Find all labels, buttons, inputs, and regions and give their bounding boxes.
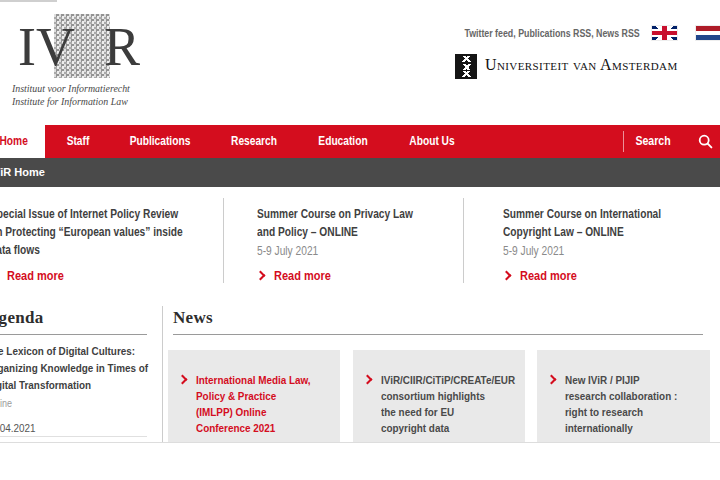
news-card-line: International Media Law, (196, 372, 311, 388)
nl-flag-icon[interactable] (696, 26, 720, 40)
news-card-line: New IViR / PIJIP (565, 372, 677, 388)
chevron-right-icon (256, 271, 266, 281)
teaser-divider (223, 198, 224, 283)
nav-item-education[interactable]: Education (318, 125, 367, 158)
news-card-pijip[interactable]: New IViR / PIJIP research collaboration … (537, 350, 710, 442)
teaser-divider (463, 198, 464, 283)
news-heading-rule (173, 334, 703, 335)
news-card-line: research collaboration : (565, 388, 677, 404)
section-bottom-rule (0, 442, 720, 443)
uva-name: Universiteit van Amsterdam (485, 56, 678, 74)
teaser-date: 5-9 July 2021 (257, 242, 436, 260)
teaser-date: 5-9 July 2021 (503, 242, 682, 260)
news-card-line: IViR/CIIR/CiTiP/CREATe/EUR (381, 372, 515, 388)
feed-links: Twitter feed, Publications RSS, News RSS (465, 27, 640, 39)
teaser-title-line: on Protecting “European values” inside (0, 223, 187, 241)
main-nav: Home Staff Publications Research Educati… (0, 125, 720, 158)
twitter-feed-link[interactable]: Twitter feed (465, 27, 514, 39)
chevron-right-icon (502, 271, 512, 281)
publications-rss-link[interactable]: Publications RSS (518, 27, 591, 39)
chevron-right-icon (363, 375, 373, 385)
teaser-title-line: data flows (0, 241, 187, 259)
breadcrumb: IViR Home (0, 158, 720, 187)
news-card-line: right to research (565, 404, 677, 420)
news-card-line: internationally (565, 420, 677, 436)
teaser-privacy-course[interactable]: Summer Course on Privacy Law and Policy … (257, 205, 467, 260)
news-rss-link[interactable]: News RSS (596, 27, 640, 39)
chevron-right-icon (178, 375, 188, 385)
agenda-item-date: 22.04.2021 (0, 422, 148, 434)
agenda-heading: Agenda (0, 308, 44, 328)
nav-item-research[interactable]: Research (231, 125, 277, 158)
read-more-link[interactable]: Read more (503, 266, 585, 284)
teaser-title-line: and Policy – ONLINE (257, 223, 436, 241)
logo-tagline-english: Institute for Information Law (12, 95, 128, 107)
agenda-heading-rule (0, 334, 147, 335)
agenda-item-title-line: Organizing Knowledge in Times of (0, 360, 148, 377)
search-link[interactable]: Search (635, 125, 670, 158)
news-card-line: (IMLPP) Online (196, 404, 311, 420)
agenda-item-divider (0, 436, 147, 437)
news-heading: News (173, 308, 213, 328)
teaser-copyright-course[interactable]: Summer Course on International Copyright… (503, 205, 713, 260)
agenda-item-title-line: The Lexicon of Digital Cultures: (0, 343, 148, 360)
logo-acronym-right: R (104, 20, 140, 74)
nav-item-staff[interactable]: Staff (67, 125, 90, 158)
read-more-link[interactable]: Read more (0, 266, 72, 284)
breadcrumb-home[interactable]: IViR Home (0, 158, 45, 187)
news-card-line: Conference 2021 (196, 420, 311, 436)
agenda-item[interactable]: The Lexicon of Digital Cultures: Organiz… (0, 343, 166, 434)
teaser-title-line: Summer Course on International (503, 205, 682, 223)
news-card-line: consortium highlights (381, 388, 515, 404)
uva-crest-icon (455, 54, 477, 79)
nav-item-home[interactable]: Home (0, 125, 45, 158)
page: IV R Instituut voor Informatierecht Inst… (0, 0, 720, 480)
teaser-special-issue[interactable]: Special Issue of Internet Policy Review … (0, 205, 222, 259)
uk-flag-icon[interactable] (652, 26, 677, 40)
teaser-title-line: Copyright Law – ONLINE (503, 223, 682, 241)
logo-tagline-dutch: Instituut voor Informatierecht (12, 82, 130, 94)
news-card-line: Policy & Practice (196, 388, 311, 404)
agenda-item-title-line: Digital Transformation (0, 377, 148, 394)
top-edge-artifact (0, 0, 57, 2)
news-card-imlpp[interactable]: International Media Law, Policy & Practi… (168, 350, 340, 442)
agenda-item-mode: Online (0, 398, 148, 409)
nav-item-about-us[interactable]: About Us (409, 125, 454, 158)
logo-acronym-left: IV (18, 20, 75, 74)
teaser-title-line: Summer Course on Privacy Law (257, 205, 436, 223)
column-divider (162, 306, 163, 442)
read-more-link[interactable]: Read more (257, 266, 339, 284)
ivir-logo[interactable]: IV R Instituut voor Informatierecht Inst… (10, 8, 162, 106)
teaser-title-line: Special Issue of Internet Policy Review (0, 205, 187, 223)
nav-item-publications[interactable]: Publications (130, 125, 191, 158)
chevron-right-icon (547, 375, 557, 385)
news-card-line: copyright data (381, 420, 515, 436)
nav-divider (623, 131, 624, 152)
news-card-consortium[interactable]: IViR/CIIR/CiTiP/CREATe/EUR consortium hi… (353, 350, 525, 442)
news-card-line: the need for EU (381, 404, 515, 420)
magnifier-icon[interactable] (698, 134, 713, 149)
